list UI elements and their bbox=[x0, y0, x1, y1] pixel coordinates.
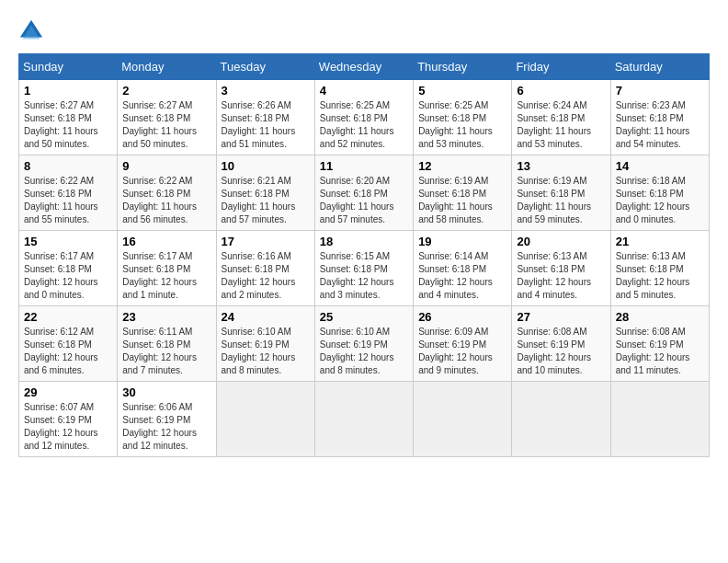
calendar-day-cell: 12 Sunrise: 6:19 AM Sunset: 6:18 PM Dayl… bbox=[414, 155, 512, 231]
calendar-week-row: 15 Sunrise: 6:17 AM Sunset: 6:18 PM Dayl… bbox=[19, 231, 710, 306]
day-info: Sunrise: 6:20 AM Sunset: 6:18 PM Dayligh… bbox=[320, 175, 408, 226]
day-number: 23 bbox=[122, 310, 210, 324]
calendar-day-cell: 21 Sunrise: 6:13 AM Sunset: 6:18 PM Dayl… bbox=[610, 231, 709, 306]
calendar-day-cell: 19 Sunrise: 6:14 AM Sunset: 6:18 PM Dayl… bbox=[414, 231, 512, 306]
day-number: 15 bbox=[24, 235, 112, 248]
calendar-week-row: 1 Sunrise: 6:27 AM Sunset: 6:18 PM Dayli… bbox=[19, 80, 710, 155]
day-number: 10 bbox=[222, 159, 310, 173]
calendar-day-cell: 9 Sunrise: 6:22 AM Sunset: 6:18 PM Dayli… bbox=[118, 155, 216, 231]
weekday-header: Wednesday bbox=[314, 54, 413, 80]
day-number: 19 bbox=[418, 235, 506, 248]
day-info: Sunrise: 6:16 AM Sunset: 6:18 PM Dayligh… bbox=[222, 250, 310, 302]
day-info: Sunrise: 6:26 AM Sunset: 6:18 PM Dayligh… bbox=[222, 99, 310, 151]
calendar-day-cell bbox=[216, 382, 314, 457]
day-info: Sunrise: 6:06 AM Sunset: 6:19 PM Dayligh… bbox=[122, 401, 210, 453]
day-info: Sunrise: 6:18 AM Sunset: 6:18 PM Dayligh… bbox=[616, 175, 704, 226]
calendar-day-cell: 15 Sunrise: 6:17 AM Sunset: 6:18 PM Dayl… bbox=[19, 231, 118, 306]
calendar-week-row: 22 Sunrise: 6:12 AM Sunset: 6:18 PM Dayl… bbox=[19, 306, 710, 382]
day-number: 13 bbox=[517, 159, 605, 173]
weekday-header: Monday bbox=[118, 54, 216, 80]
day-number: 8 bbox=[24, 159, 112, 173]
calendar-day-cell: 28 Sunrise: 6:08 AM Sunset: 6:19 PM Dayl… bbox=[610, 306, 709, 382]
calendar-day-cell: 22 Sunrise: 6:12 AM Sunset: 6:18 PM Dayl… bbox=[19, 306, 118, 382]
day-number: 14 bbox=[616, 159, 704, 173]
calendar-day-cell: 26 Sunrise: 6:09 AM Sunset: 6:19 PM Dayl… bbox=[414, 306, 512, 382]
calendar-day-cell: 18 Sunrise: 6:15 AM Sunset: 6:18 PM Dayl… bbox=[314, 231, 413, 306]
calendar-day-cell: 24 Sunrise: 6:10 AM Sunset: 6:19 PM Dayl… bbox=[216, 306, 314, 382]
day-number: 20 bbox=[517, 235, 605, 248]
day-info: Sunrise: 6:07 AM Sunset: 6:19 PM Dayligh… bbox=[24, 401, 112, 453]
day-info: Sunrise: 6:10 AM Sunset: 6:19 PM Dayligh… bbox=[222, 326, 310, 377]
day-number: 2 bbox=[122, 84, 210, 98]
day-info: Sunrise: 6:22 AM Sunset: 6:18 PM Dayligh… bbox=[122, 175, 210, 226]
day-info: Sunrise: 6:11 AM Sunset: 6:18 PM Dayligh… bbox=[122, 326, 210, 377]
page-header bbox=[18, 18, 710, 44]
calendar-day-cell: 3 Sunrise: 6:26 AM Sunset: 6:18 PM Dayli… bbox=[216, 80, 314, 155]
day-info: Sunrise: 6:10 AM Sunset: 6:19 PM Dayligh… bbox=[320, 326, 408, 377]
calendar-day-cell: 16 Sunrise: 6:17 AM Sunset: 6:18 PM Dayl… bbox=[118, 231, 216, 306]
day-number: 17 bbox=[222, 235, 310, 248]
calendar-day-cell bbox=[414, 382, 512, 457]
day-info: Sunrise: 6:27 AM Sunset: 6:18 PM Dayligh… bbox=[122, 99, 210, 151]
weekday-header: Thursday bbox=[414, 54, 512, 80]
day-info: Sunrise: 6:15 AM Sunset: 6:18 PM Dayligh… bbox=[320, 250, 408, 302]
day-number: 27 bbox=[517, 310, 605, 324]
calendar-day-cell bbox=[512, 382, 610, 457]
day-info: Sunrise: 6:13 AM Sunset: 6:18 PM Dayligh… bbox=[517, 250, 605, 302]
calendar-day-cell bbox=[314, 382, 413, 457]
calendar-day-cell: 11 Sunrise: 6:20 AM Sunset: 6:18 PM Dayl… bbox=[314, 155, 413, 231]
day-number: 9 bbox=[122, 159, 210, 173]
day-number: 22 bbox=[24, 310, 112, 324]
calendar-table: SundayMondayTuesdayWednesdayThursdayFrid… bbox=[18, 53, 710, 457]
day-number: 3 bbox=[222, 84, 310, 98]
day-info: Sunrise: 6:09 AM Sunset: 6:19 PM Dayligh… bbox=[418, 326, 506, 377]
day-info: Sunrise: 6:25 AM Sunset: 6:18 PM Dayligh… bbox=[320, 99, 408, 151]
calendar-day-cell: 17 Sunrise: 6:16 AM Sunset: 6:18 PM Dayl… bbox=[216, 231, 314, 306]
calendar-day-cell: 2 Sunrise: 6:27 AM Sunset: 6:18 PM Dayli… bbox=[118, 80, 216, 155]
day-info: Sunrise: 6:17 AM Sunset: 6:18 PM Dayligh… bbox=[24, 250, 112, 302]
calendar-day-cell: 4 Sunrise: 6:25 AM Sunset: 6:18 PM Dayli… bbox=[314, 80, 413, 155]
calendar-day-cell: 25 Sunrise: 6:10 AM Sunset: 6:19 PM Dayl… bbox=[314, 306, 413, 382]
calendar-day-cell bbox=[610, 382, 709, 457]
day-info: Sunrise: 6:17 AM Sunset: 6:18 PM Dayligh… bbox=[122, 250, 210, 302]
day-number: 29 bbox=[24, 385, 112, 399]
weekday-header: Tuesday bbox=[216, 54, 314, 80]
calendar-day-cell: 14 Sunrise: 6:18 AM Sunset: 6:18 PM Dayl… bbox=[610, 155, 709, 231]
day-info: Sunrise: 6:23 AM Sunset: 6:18 PM Dayligh… bbox=[616, 99, 704, 151]
calendar-day-cell: 13 Sunrise: 6:19 AM Sunset: 6:18 PM Dayl… bbox=[512, 155, 610, 231]
day-number: 21 bbox=[616, 235, 704, 248]
logo bbox=[18, 18, 48, 44]
day-info: Sunrise: 6:21 AM Sunset: 6:18 PM Dayligh… bbox=[222, 175, 310, 226]
weekday-header-row: SundayMondayTuesdayWednesdayThursdayFrid… bbox=[19, 54, 710, 80]
day-info: Sunrise: 6:12 AM Sunset: 6:18 PM Dayligh… bbox=[24, 326, 112, 377]
day-number: 25 bbox=[320, 310, 408, 324]
day-info: Sunrise: 6:13 AM Sunset: 6:18 PM Dayligh… bbox=[616, 250, 704, 302]
day-info: Sunrise: 6:22 AM Sunset: 6:18 PM Dayligh… bbox=[24, 175, 112, 226]
logo-icon bbox=[18, 18, 44, 44]
day-number: 7 bbox=[616, 84, 704, 98]
calendar-day-cell: 23 Sunrise: 6:11 AM Sunset: 6:18 PM Dayl… bbox=[118, 306, 216, 382]
day-number: 11 bbox=[320, 159, 408, 173]
weekday-header: Friday bbox=[512, 54, 610, 80]
day-number: 16 bbox=[122, 235, 210, 248]
day-number: 1 bbox=[24, 84, 112, 98]
calendar-day-cell: 6 Sunrise: 6:24 AM Sunset: 6:18 PM Dayli… bbox=[512, 80, 610, 155]
calendar-day-cell: 20 Sunrise: 6:13 AM Sunset: 6:18 PM Dayl… bbox=[512, 231, 610, 306]
calendar-day-cell: 1 Sunrise: 6:27 AM Sunset: 6:18 PM Dayli… bbox=[19, 80, 118, 155]
day-info: Sunrise: 6:08 AM Sunset: 6:19 PM Dayligh… bbox=[616, 326, 704, 377]
day-info: Sunrise: 6:14 AM Sunset: 6:18 PM Dayligh… bbox=[418, 250, 506, 302]
day-number: 12 bbox=[418, 159, 506, 173]
calendar-day-cell: 29 Sunrise: 6:07 AM Sunset: 6:19 PM Dayl… bbox=[19, 382, 118, 457]
calendar-day-cell: 8 Sunrise: 6:22 AM Sunset: 6:18 PM Dayli… bbox=[19, 155, 118, 231]
day-info: Sunrise: 6:19 AM Sunset: 6:18 PM Dayligh… bbox=[418, 175, 506, 226]
day-number: 5 bbox=[418, 84, 506, 98]
weekday-header: Saturday bbox=[610, 54, 709, 80]
day-info: Sunrise: 6:25 AM Sunset: 6:18 PM Dayligh… bbox=[418, 99, 506, 151]
day-number: 28 bbox=[616, 310, 704, 324]
calendar-day-cell: 5 Sunrise: 6:25 AM Sunset: 6:18 PM Dayli… bbox=[414, 80, 512, 155]
day-number: 6 bbox=[517, 84, 605, 98]
day-info: Sunrise: 6:27 AM Sunset: 6:18 PM Dayligh… bbox=[24, 99, 112, 151]
day-number: 24 bbox=[222, 310, 310, 324]
day-info: Sunrise: 6:19 AM Sunset: 6:18 PM Dayligh… bbox=[517, 175, 605, 226]
calendar-week-row: 8 Sunrise: 6:22 AM Sunset: 6:18 PM Dayli… bbox=[19, 155, 710, 231]
